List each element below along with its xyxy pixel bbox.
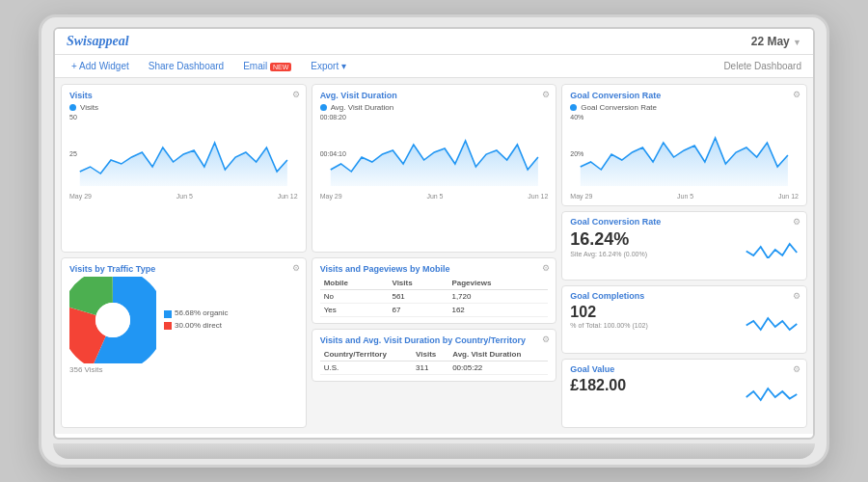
svg-marker-2 bbox=[581, 138, 788, 186]
header-date: 22 May ▼ bbox=[751, 35, 801, 48]
right-stack: Goal Conversion Rate ⚙ Goal Conversion R… bbox=[561, 84, 807, 428]
mobile-table: Mobile Visits Pageviews No 561 1,720 bbox=[320, 277, 549, 317]
email-button[interactable]: Email NEW bbox=[238, 59, 296, 73]
avg-visit-chart bbox=[320, 114, 549, 186]
country-col-visits: Visits bbox=[412, 348, 448, 362]
gc-completions-sparkline bbox=[743, 304, 800, 336]
country-col-duration: Avg. Visit Duration bbox=[448, 348, 548, 362]
goal-chart-legend: Goal Conversion Rate bbox=[570, 103, 799, 112]
avg-visit-legend-dot bbox=[320, 104, 327, 111]
bottom-middle-stack: Visits and Pageviews by Mobile ⚙ Mobile … bbox=[312, 257, 557, 428]
goal-chart-title: Goal Conversion Rate bbox=[570, 91, 799, 100]
goal-value-title: Goal Value bbox=[570, 364, 799, 374]
avg-visit-legend: Avg. Visit Duration bbox=[320, 103, 549, 112]
traffic-type-gear[interactable]: ⚙ bbox=[292, 263, 300, 273]
gc-rate-gear[interactable]: ⚙ bbox=[793, 217, 800, 227]
goal-chart-area: 40% 20% bbox=[570, 114, 799, 191]
visits-legend-dot bbox=[69, 104, 76, 111]
gc-completions-title: Goal Completions bbox=[570, 291, 799, 301]
goal-chart-label-top: 40% bbox=[570, 114, 583, 120]
goal-completions-widget: Goal Completions ⚙ 102 % of Total: 100.0… bbox=[561, 285, 807, 355]
toolbar: + Add Widget Share Dashboard Email NEW E… bbox=[55, 55, 813, 78]
pie-legend-direct: 30.00% direct bbox=[164, 320, 229, 333]
visits-dates: May 29 Jun 5 Jun 12 bbox=[69, 193, 298, 200]
country-table: Country/Territory Visits Avg. Visit Dura… bbox=[320, 348, 549, 375]
delete-dashboard-button[interactable]: Delete Dashboard bbox=[723, 61, 801, 71]
mobile-col-visits: Visits bbox=[388, 277, 448, 290]
export-button[interactable]: Export ▾ bbox=[306, 59, 351, 73]
goal-value-widget: Goal Value ⚙ £182.00 bbox=[561, 359, 807, 428]
table-row: No 561 1,720 bbox=[320, 290, 549, 304]
direct-color bbox=[164, 322, 172, 330]
avg-visit-label-mid: 00:04:10 bbox=[320, 150, 346, 157]
avg-visit-label-top: 00:08:20 bbox=[320, 114, 346, 120]
goal-value-gear[interactable]: ⚙ bbox=[793, 364, 800, 374]
gc-rate-sparkline bbox=[743, 229, 800, 262]
visits-chart-area: 50 25 bbox=[69, 114, 298, 191]
visits-mobile-widget: Visits and Pageviews by Mobile ⚙ Mobile … bbox=[312, 257, 557, 324]
visits-country-widget: Visits and Avg. Visit Duration by Countr… bbox=[312, 329, 557, 382]
goal-value-sparkline bbox=[743, 377, 800, 410]
country-title: Visits and Avg. Visit Duration by Countr… bbox=[320, 335, 549, 345]
gc-rate-title: Goal Conversion Rate bbox=[570, 217, 799, 227]
screen: Swisappeal 22 May ▼ + Add Widget Share D… bbox=[53, 27, 815, 440]
pie-total: 356 Visits bbox=[69, 365, 298, 374]
avg-visit-dates: May 29 Jun 5 Jun 12 bbox=[320, 193, 549, 200]
visits-label-top: 50 bbox=[69, 114, 77, 120]
goal-chart-dates: May 29 Jun 5 Jun 12 bbox=[570, 193, 799, 200]
pie-container: 56.68% organic 30.00% direct bbox=[69, 277, 298, 363]
app-header: Swisappeal 22 May ▼ bbox=[55, 29, 813, 55]
goal-chart bbox=[570, 114, 799, 186]
mobile-col-mobile: Mobile bbox=[320, 277, 389, 290]
pie-chart bbox=[69, 277, 156, 363]
svg-marker-1 bbox=[330, 141, 537, 186]
visits-chart bbox=[69, 114, 298, 186]
avg-visit-chart-area: 00:08:20 00:04:10 bbox=[320, 114, 549, 191]
visits-label-mid: 25 bbox=[69, 150, 77, 157]
goal-chart-label-mid: 20% bbox=[570, 150, 583, 157]
svg-marker-0 bbox=[80, 143, 287, 186]
goal-conversion-chart-widget: Goal Conversion Rate ⚙ Goal Conversion R… bbox=[561, 84, 807, 206]
organic-color bbox=[164, 310, 172, 318]
traffic-type-title: Visits by Traffic Type bbox=[69, 264, 298, 274]
visits-widget: Visits ⚙ Visits 50 25 bbox=[61, 84, 307, 253]
avg-visit-duration-widget: Avg. Visit Duration ⚙ Avg. Visit Duratio… bbox=[312, 84, 557, 253]
dashboard-grid: Visits ⚙ Visits 50 25 bbox=[55, 78, 813, 434]
share-dashboard-button[interactable]: Share Dashboard bbox=[144, 59, 229, 73]
visits-gear[interactable]: ⚙ bbox=[292, 90, 300, 99]
mobile-gear[interactable]: ⚙ bbox=[542, 263, 550, 273]
pie-legend: 56.68% organic 30.00% direct bbox=[164, 308, 229, 333]
add-widget-button[interactable]: + Add Widget bbox=[67, 59, 134, 73]
country-col-country: Country/Territory bbox=[320, 348, 412, 362]
avg-visit-gear[interactable]: ⚙ bbox=[542, 90, 550, 99]
pie-legend-organic: 56.68% organic bbox=[164, 308, 229, 320]
mobile-title: Visits and Pageviews by Mobile bbox=[320, 264, 549, 274]
goal-chart-legend-dot bbox=[570, 104, 577, 111]
email-badge: NEW bbox=[270, 63, 291, 71]
visits-legend: Visits bbox=[69, 103, 298, 112]
country-gear[interactable]: ⚙ bbox=[542, 335, 550, 344]
goal-conversion-rate-widget: Goal Conversion Rate ⚙ 16.24% Site Avg: … bbox=[561, 211, 807, 281]
visits-title: Visits bbox=[69, 91, 298, 100]
svg-point-6 bbox=[95, 303, 130, 337]
mobile-col-pageviews: Pageviews bbox=[448, 277, 548, 290]
table-row: U.S. 311 00:05:22 bbox=[320, 362, 549, 375]
table-row: Yes 67 162 bbox=[320, 304, 549, 317]
laptop-frame: Swisappeal 22 May ▼ + Add Widget Share D… bbox=[39, 14, 829, 468]
visits-by-traffic-widget: Visits by Traffic Type ⚙ bbox=[61, 257, 307, 428]
laptop-base bbox=[53, 443, 815, 459]
avg-visit-title: Avg. Visit Duration bbox=[320, 91, 549, 100]
logo: Swisappeal bbox=[67, 34, 129, 49]
goal-chart-gear[interactable]: ⚙ bbox=[793, 90, 800, 99]
gc-completions-gear[interactable]: ⚙ bbox=[793, 291, 800, 301]
